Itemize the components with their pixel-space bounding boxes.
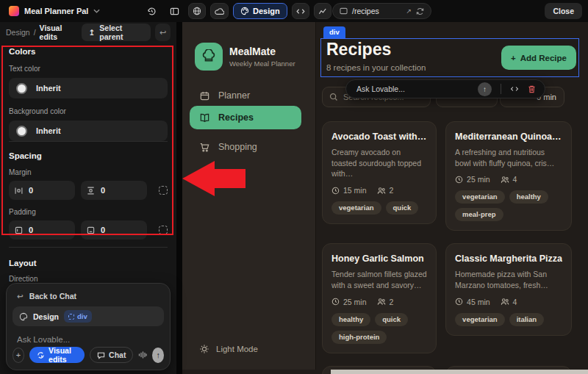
- recipe-tags: vegetarianquick: [331, 201, 427, 215]
- chat-mode-button[interactable]: Chat: [90, 347, 133, 363]
- browser-window-icon: [340, 7, 348, 15]
- recipe-card[interactable]: Mediterranean Quinoa… A refreshing and n…: [445, 121, 572, 231]
- analytics-button[interactable]: [314, 3, 331, 19]
- clock-icon: [455, 176, 463, 184]
- recipe-servings: 2: [390, 298, 394, 306]
- project-name[interactable]: Meal Planner Pal: [24, 7, 88, 15]
- annotation-red-arrow: [181, 158, 247, 199]
- nav-item-planner[interactable]: Planner: [190, 85, 301, 106]
- recipe-tag: vegetarian: [331, 201, 381, 215]
- delete-element-icon[interactable]: [528, 84, 536, 93]
- url-path[interactable]: /recipes: [352, 7, 401, 15]
- close-button[interactable]: Close: [545, 3, 582, 19]
- recipe-title: Mediterranean Quinoa…: [455, 132, 562, 142]
- margin-vertical-icon: [87, 187, 95, 195]
- arrow-up-from-line-icon: ↥: [88, 28, 95, 37]
- add-recipe-button[interactable]: + Add Recipe: [501, 46, 576, 70]
- recipe-meta: 25 min 2: [331, 298, 427, 306]
- refresh-icon[interactable]: [416, 7, 424, 15]
- page-title: Recipes: [326, 40, 391, 60]
- nav-item-recipes[interactable]: Recipes: [190, 106, 301, 129]
- nav-item-shopping[interactable]: Shopping: [190, 137, 301, 157]
- history-icon[interactable]: [143, 3, 161, 19]
- users-icon: [377, 187, 386, 195]
- recipe-tag: meal-prep: [455, 208, 503, 221]
- colors-section-title: Colors: [9, 47, 168, 56]
- recipe-tag: high-protein: [331, 331, 387, 344]
- recipe-card[interactable]: Honey Garlic Salmon Tender salmon fillet…: [322, 243, 437, 353]
- margin-y-input[interactable]: 0: [81, 181, 147, 200]
- padding-horizontal-icon: [15, 226, 23, 234]
- sun-icon: [199, 344, 209, 354]
- preview-bottom-edge: [331, 370, 588, 374]
- undo-button[interactable]: ↩: [155, 24, 171, 41]
- padding-y-input[interactable]: 0: [81, 220, 147, 240]
- layout-section-title: Layout: [9, 259, 168, 267]
- code-icon[interactable]: [510, 85, 519, 93]
- spacing-section-title: Spacing: [9, 151, 168, 160]
- selection-context-pill[interactable]: Design div: [12, 306, 164, 326]
- tooltip-input[interactable]: Ask Lovable...: [356, 84, 472, 93]
- background-color-swatch[interactable]: [16, 126, 27, 137]
- chat-panel: ↩ Back to Chat Design div Ask Lovable...…: [6, 283, 171, 370]
- chat-input[interactable]: Ask Lovable...: [17, 335, 170, 344]
- recipe-tag: italian: [509, 313, 544, 326]
- url-bar[interactable]: /recipes ↗: [332, 3, 431, 19]
- breadcrumb-root[interactable]: Design: [6, 28, 30, 37]
- recipe-card[interactable]: Avocado Toast with… Creamy avocado on to…: [322, 121, 437, 224]
- background-color-input[interactable]: Inherit: [9, 121, 168, 141]
- code-view-button[interactable]: [292, 3, 309, 19]
- selection-tag-badge: div: [323, 26, 345, 38]
- section-divider: [9, 247, 168, 248]
- tooltip-send-button[interactable]: ↑: [478, 82, 492, 96]
- tooltip-divider: [501, 84, 501, 94]
- recipe-title: Classic Margherita Pizza: [455, 253, 562, 264]
- spacing-section: Spacing Margin 0 0 Padding: [9, 151, 168, 240]
- background-color-label: Background color: [9, 107, 168, 115]
- plus-icon: +: [511, 54, 516, 62]
- back-to-chat-button[interactable]: ↩ Back to Chat: [17, 292, 170, 301]
- cloud-button[interactable]: [210, 3, 229, 19]
- attach-button[interactable]: +: [12, 348, 24, 363]
- users-icon: [501, 176, 509, 184]
- palette-icon: [240, 7, 249, 15]
- padding-x-input[interactable]: 0: [9, 220, 75, 240]
- recipe-time: 15 min: [343, 186, 367, 195]
- theme-toggle[interactable]: Light Mode: [199, 344, 258, 354]
- recipe-card[interactable]: Classic Margherita Pizza Homemade pizza …: [445, 243, 572, 335]
- link-padding-values-icon[interactable]: [159, 226, 168, 234]
- globe-button[interactable]: [188, 3, 206, 19]
- clock-icon: [331, 187, 340, 195]
- chevron-down-icon[interactable]: [93, 9, 100, 13]
- inline-ask-tooltip: Ask Lovable... ↑: [345, 79, 545, 98]
- visual-edits-button[interactable]: Visual edits: [29, 347, 85, 363]
- link-margin-values-icon[interactable]: [159, 186, 168, 195]
- recipe-meta: 15 min 2: [331, 186, 427, 195]
- padding-vertical-icon: [87, 226, 95, 234]
- recipe-title: Honey Garlic Salmon: [331, 253, 427, 264]
- send-button[interactable]: ↑: [152, 348, 164, 363]
- section-divider: [9, 141, 168, 142]
- recipe-time: 25 min: [467, 175, 490, 184]
- visual-edits-icon: [37, 351, 45, 359]
- recipe-grid: Avocado Toast with… Creamy avocado on to…: [322, 121, 572, 374]
- users-icon: [501, 298, 509, 306]
- app-tagline: Weekly Meal Planner: [229, 60, 295, 68]
- audio-waveform-icon[interactable]: [138, 350, 147, 359]
- recipe-description: Homemade pizza with San Marzano tomatoes…: [455, 269, 562, 290]
- palette-icon: [19, 312, 28, 321]
- select-parent-button[interactable]: ↥ Select parent: [82, 24, 151, 41]
- breadcrumb: Design / Visual edits: [6, 24, 77, 41]
- recipe-title: Avocado Toast with…: [331, 132, 427, 142]
- panel-layout-icon[interactable]: [165, 3, 184, 19]
- recipe-servings: 2: [390, 186, 394, 195]
- shopping-cart-icon: [199, 142, 210, 153]
- design-mode-button[interactable]: Design: [233, 3, 287, 19]
- margin-x-input[interactable]: 0: [9, 181, 75, 200]
- top-bar: Meal Planner Pal Design +: [0, 0, 588, 22]
- selected-element-chip[interactable]: div: [64, 310, 92, 323]
- text-color-swatch[interactable]: [16, 83, 27, 94]
- open-external-icon[interactable]: ↗: [406, 7, 412, 15]
- recipe-description: Creamy avocado on toasted sourdough topp…: [331, 147, 427, 179]
- text-color-input[interactable]: Inherit: [9, 78, 168, 98]
